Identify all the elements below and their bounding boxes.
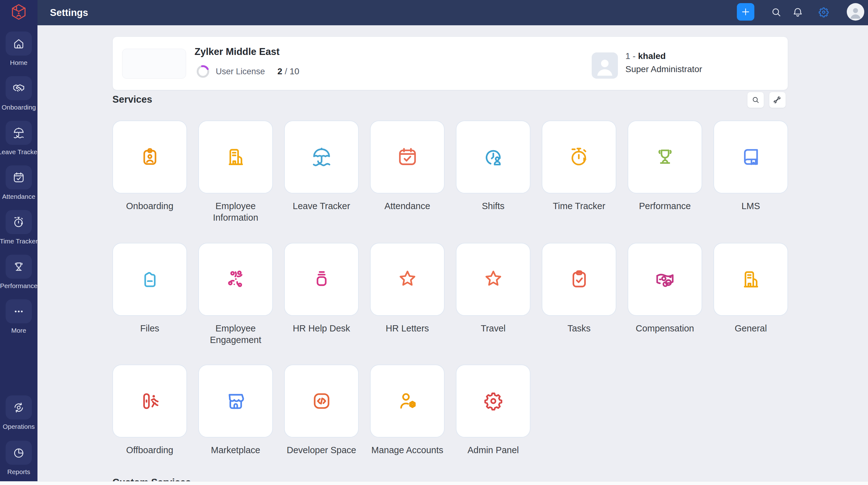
sidebar-item-label: Leave Tracker <box>0 148 37 156</box>
sidebar-item-more[interactable]: More <box>0 299 37 334</box>
sidebar-item-reports[interactable]: Reports <box>0 441 37 476</box>
service-tile-label: Travel <box>450 323 536 334</box>
clock-person-icon <box>482 146 504 168</box>
service-tile-employee-information[interactable]: Employee Information <box>193 121 279 223</box>
trophy-icon <box>12 260 25 273</box>
sidebar-item-leave-tracker[interactable]: Leave Tracker <box>0 121 37 156</box>
sidebar-item-label: Time Tracker <box>0 237 37 245</box>
search-button[interactable] <box>770 6 782 19</box>
service-tile-performance[interactable]: Performance <box>622 121 708 212</box>
service-tile-leave-tracker[interactable]: Leave Tracker <box>279 121 364 212</box>
sidebar-item-performance[interactable]: Performance <box>0 255 37 290</box>
org-logo-placeholder[interactable] <box>122 49 186 79</box>
service-tile-label: HR Letters <box>364 323 450 334</box>
service-tile-attendance[interactable]: Attendance <box>364 121 450 212</box>
service-tile-label: Onboarding <box>107 200 193 212</box>
ellipsis-icon <box>12 305 25 318</box>
storefront-icon <box>224 390 247 412</box>
folder-icon <box>138 268 161 291</box>
service-tile-developer-space[interactable]: Developer Space <box>279 364 364 456</box>
service-tile-offboarding[interactable]: Offboarding <box>107 364 193 456</box>
service-tile-manage-accounts[interactable]: Manage Accounts <box>364 364 450 456</box>
admin-avatar[interactable] <box>592 53 618 79</box>
service-tile-hr-letters[interactable]: HR Letters <box>364 243 450 334</box>
search-icon <box>770 6 782 18</box>
license-row: User License 2 / 10 <box>196 64 300 79</box>
service-tile-time-tracker[interactable]: Time Tracker <box>536 121 622 212</box>
admin-name: khaled <box>638 51 666 61</box>
service-tile-label: Offboarding <box>107 445 193 456</box>
handshake-icon <box>12 82 25 95</box>
service-tile-general[interactable]: General <box>708 243 794 334</box>
org-name: Zylker Middle East <box>194 46 279 58</box>
service-tile-label: Leave Tracker <box>279 200 364 212</box>
service-tile-label: Employee Engagement <box>193 323 279 346</box>
pie-chart-icon <box>12 446 25 459</box>
clipboard-check-icon <box>568 268 590 291</box>
building-icon <box>740 268 762 291</box>
service-tile-label: Tasks <box>536 323 622 334</box>
service-tile-label: Employee Information <box>193 200 279 223</box>
gear-icon <box>482 390 504 412</box>
person-silhouette-icon <box>848 5 863 21</box>
search-icon <box>751 96 760 104</box>
sidebar-item-label: Attendance <box>2 193 35 200</box>
service-tile-label: Shifts <box>450 200 536 212</box>
sidebar-item-attendance[interactable]: Attendance <box>0 165 37 200</box>
money-icon <box>654 268 676 291</box>
service-tile-travel[interactable]: Travel <box>450 243 536 334</box>
service-tile-employee-engagement[interactable]: Employee Engagement <box>193 243 279 346</box>
service-tile-shifts[interactable]: Shifts <box>450 121 536 212</box>
service-tile-label: Marketplace <box>193 445 279 456</box>
notifications-button[interactable] <box>792 6 804 19</box>
user-gear-icon <box>396 390 419 412</box>
service-tile-tasks[interactable]: Tasks <box>536 243 622 334</box>
sidebar-item-label: Onboarding <box>2 104 36 111</box>
sidebar-item-time-tracker[interactable]: Time Tracker <box>0 210 37 245</box>
id-badge-icon <box>138 146 161 168</box>
sidebar-item-operations[interactable]: Operations <box>0 395 37 430</box>
bell-icon <box>792 6 804 19</box>
main-content: Zylker Middle East User License 2 / 10 1… <box>37 25 868 485</box>
service-tile-label: Manage Accounts <box>364 445 450 456</box>
service-tile-lms[interactable]: LMS <box>708 121 794 212</box>
service-tile-onboarding[interactable]: Onboarding <box>107 121 193 212</box>
services-search-button[interactable] <box>747 92 764 108</box>
services-section-title: Services <box>113 94 152 105</box>
admin-role: Super Administrator <box>625 64 702 74</box>
helpdesk-icon <box>310 268 333 291</box>
stopwatch-icon <box>568 146 590 168</box>
app-logo[interactable] <box>0 2 37 22</box>
calendar-check-icon <box>396 146 419 168</box>
person-silhouette-icon <box>593 55 617 79</box>
license-label: User License <box>216 67 265 76</box>
sidebar-item-label: More <box>11 327 26 334</box>
zoho-people-logo-icon <box>9 2 28 22</box>
settings-button[interactable] <box>817 6 830 19</box>
sidebar-item-label: Home <box>10 59 28 66</box>
topbar: Settings <box>37 0 868 25</box>
org-summary-card: Zylker Middle East User License 2 / 10 1… <box>113 36 788 90</box>
horizontal-scrollbar-track[interactable] <box>0 481 868 485</box>
add-button[interactable] <box>737 3 754 21</box>
celebration-icon <box>224 268 247 291</box>
sidebar-item-home[interactable]: Home <box>0 32 37 66</box>
service-tile-hr-help-desk[interactable]: HR Help Desk <box>279 243 364 334</box>
customize-services-button[interactable] <box>769 92 786 108</box>
service-tile-files[interactable]: Files <box>107 243 193 334</box>
door-runner-icon <box>138 390 161 412</box>
gear-icon <box>817 6 830 19</box>
sidebar-item-onboarding[interactable]: Onboarding <box>0 76 37 111</box>
license-donut-chart <box>196 64 210 79</box>
service-tile-compensation[interactable]: Compensation <box>622 243 708 334</box>
service-tile-admin-panel[interactable]: Admin Panel <box>450 364 536 456</box>
sidebar-item-label: Reports <box>7 468 30 476</box>
service-tile-label: Admin Panel <box>450 445 536 456</box>
service-tile-label: HR Help Desk <box>279 323 364 334</box>
home-icon <box>12 37 25 50</box>
star-icon <box>482 268 504 291</box>
wrench-gear-icon <box>773 96 782 104</box>
user-avatar[interactable] <box>847 3 864 21</box>
service-tile-marketplace[interactable]: Marketplace <box>193 364 279 456</box>
stopwatch-icon <box>12 216 25 229</box>
